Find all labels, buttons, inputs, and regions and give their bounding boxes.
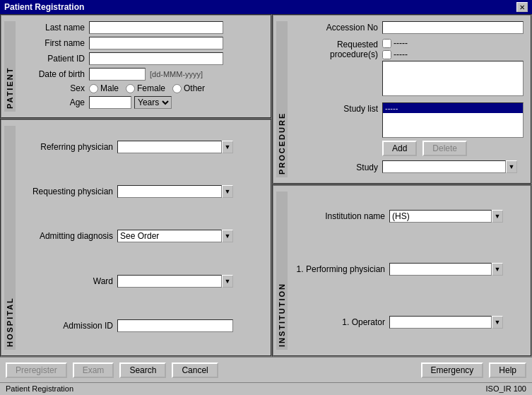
- exam-button[interactable]: Exam: [73, 362, 114, 378]
- requesting-physician-input[interactable]: [117, 185, 222, 198]
- sex-other-label: Other: [184, 83, 205, 93]
- add-button[interactable]: Add: [382, 141, 417, 156]
- institution-name-btn[interactable]: ▼: [492, 210, 503, 223]
- preregister-button[interactable]: Preregister: [6, 362, 67, 378]
- sex-other-option[interactable]: Other: [172, 83, 205, 93]
- operator-label: 1. Operator: [293, 317, 385, 327]
- age-label: Age: [21, 98, 85, 107]
- first-name-input[interactable]: [89, 37, 223, 49]
- last-name-label: Last name: [21, 23, 85, 33]
- referring-physician-input[interactable]: [117, 141, 222, 153]
- requested-procedures-row: Requested procedure(s) ----- -----: [293, 38, 524, 98]
- search-button[interactable]: Search: [119, 362, 166, 378]
- ward-row: Ward ▼: [21, 275, 264, 288]
- patient-id-input[interactable]: [89, 52, 223, 65]
- req-proc-textarea[interactable]: [382, 61, 524, 96]
- study-list-item[interactable]: -----: [383, 103, 523, 113]
- close-button[interactable]: ✕: [516, 2, 528, 12]
- panels-row: PATIENT Last name First name Patient ID: [0, 14, 532, 357]
- study-list-row: Study list ----- Add Delete: [293, 102, 524, 156]
- admitting-diagnosis-input[interactable]: [117, 230, 222, 242]
- bottom-bar: Preregister Exam Search Cancel Emergency…: [0, 357, 532, 382]
- institution-name-row: Institution name ▼: [293, 210, 524, 223]
- admitting-diagnosis-label: Admitting diagnosis: [21, 231, 113, 241]
- ward-btn[interactable]: ▼: [222, 275, 233, 288]
- delete-button[interactable]: Delete: [422, 141, 467, 156]
- study-list[interactable]: -----: [382, 102, 524, 138]
- study-input[interactable]: [382, 160, 506, 173]
- ward-dropdown: ▼: [117, 275, 233, 288]
- status-left: Patient Registration: [6, 384, 73, 394]
- sex-other-radio[interactable]: [172, 84, 182, 93]
- accession-no-input[interactable]: [382, 21, 524, 34]
- performing-physician-dropdown: ▼: [389, 263, 503, 276]
- accession-no-row: Accession No: [293, 21, 524, 34]
- procedure-fields: Accession No Requested procedure(s) ----…: [293, 21, 524, 177]
- admission-id-label: Admission ID: [21, 321, 113, 331]
- last-name-row: Last name: [21, 21, 264, 34]
- admitting-diagnosis-btn[interactable]: ▼: [222, 230, 233, 242]
- dob-label: Date of birth: [21, 69, 85, 79]
- ward-label: Ward: [21, 276, 113, 286]
- requested-procedures-area: ----- -----: [382, 38, 524, 98]
- operator-btn[interactable]: ▼: [492, 316, 503, 329]
- referring-physician-btn[interactable]: ▼: [222, 141, 233, 153]
- age-input[interactable]: [89, 96, 131, 109]
- cancel-button[interactable]: Cancel: [172, 362, 218, 378]
- performing-physician-row: 1. Performing physician ▼: [293, 263, 524, 276]
- procedure-label: PROCEDURE: [276, 21, 288, 177]
- study-label: Study: [293, 161, 378, 172]
- study-list-container: ----- Add Delete: [382, 102, 524, 156]
- sex-male-option[interactable]: Male: [89, 83, 119, 93]
- status-bar: Patient Registration ISO_IR 100: [0, 382, 532, 395]
- performing-physician-input[interactable]: [389, 263, 492, 276]
- admission-id-row: Admission ID: [21, 319, 264, 332]
- admitting-diagnosis-row: Admitting diagnosis ▼: [21, 230, 264, 242]
- operator-input[interactable]: [389, 316, 492, 329]
- admission-id-input[interactable]: [117, 319, 233, 332]
- patient-id-row: Patient ID: [21, 52, 264, 65]
- first-name-row: First name: [21, 37, 264, 49]
- operator-dropdown: ▼: [389, 316, 503, 329]
- sex-female-option[interactable]: Female: [126, 83, 165, 93]
- operator-row: 1. Operator ▼: [293, 316, 524, 329]
- sex-female-radio[interactable]: [126, 84, 135, 93]
- left-column: PATIENT Last name First name Patient ID: [0, 14, 272, 357]
- help-button[interactable]: Help: [489, 362, 526, 378]
- sex-radio-group: Male Female Other: [89, 83, 205, 93]
- age-unit-select[interactable]: Years: [134, 96, 172, 109]
- procedure-section: PROCEDURE Accession No Requested procedu…: [272, 14, 532, 184]
- institution-label: INSTITUTION: [276, 191, 288, 350]
- referring-physician-row: Referring physician ▼: [21, 141, 264, 153]
- right-column: PROCEDURE Accession No Requested procedu…: [272, 14, 532, 357]
- sex-female-label: Female: [137, 83, 165, 93]
- sex-male-label: Male: [100, 83, 119, 93]
- last-name-input[interactable]: [89, 21, 223, 34]
- accession-no-label: Accession No: [293, 21, 378, 33]
- age-row: Age Years: [21, 96, 264, 109]
- requested-procedures-label: Requested procedure(s): [293, 38, 378, 59]
- hospital-fields: Referring physician ▼ Requesting physici…: [21, 126, 264, 350]
- institution-name-input[interactable]: [389, 210, 492, 223]
- referring-physician-dropdown: ▼: [117, 141, 233, 153]
- sex-male-radio[interactable]: [89, 84, 98, 93]
- req-proc-check-1[interactable]: [382, 39, 391, 48]
- ward-input[interactable]: [117, 275, 222, 288]
- requesting-physician-row: Requesting physician ▼: [21, 185, 264, 198]
- sex-label: Sex: [21, 83, 85, 93]
- requesting-physician-btn[interactable]: ▼: [222, 185, 233, 198]
- req-proc-check-2[interactable]: [382, 50, 391, 59]
- dob-hint: [dd-MMM-yyyy]: [150, 70, 203, 78]
- study-dropdown-btn[interactable]: ▼: [506, 160, 517, 173]
- dob-input[interactable]: [89, 68, 146, 81]
- institution-section: INSTITUTION Institution name ▼ 1. Perfor…: [272, 184, 532, 357]
- emergency-button[interactable]: Emergency: [421, 362, 484, 378]
- add-delete-row: Add Delete: [382, 141, 524, 156]
- bottom-left-buttons: Preregister Exam Search Cancel: [6, 362, 218, 378]
- patient-fields: Last name First name Patient ID Date of …: [21, 21, 264, 112]
- hospital-section: HOSPITAL Referring physician ▼ Requestin…: [0, 119, 272, 357]
- status-right: ISO_IR 100: [486, 384, 526, 394]
- main-content: PATIENT Last name First name Patient ID: [0, 14, 532, 395]
- performing-physician-btn[interactable]: ▼: [492, 263, 503, 276]
- window-title: Patient Registration: [4, 2, 84, 12]
